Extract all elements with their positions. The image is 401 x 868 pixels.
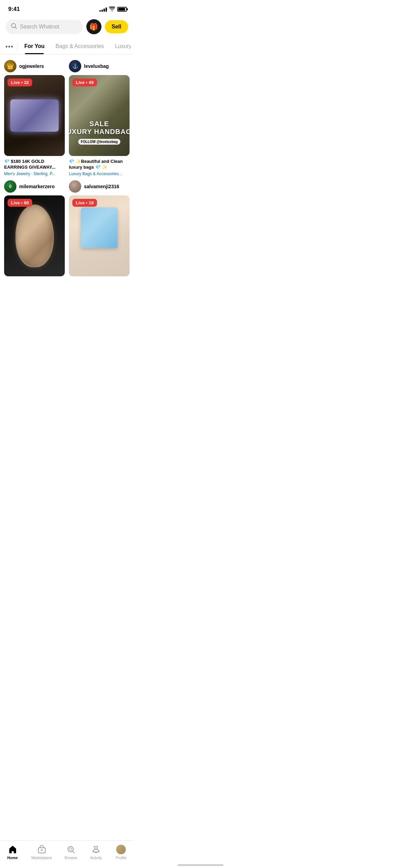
avatar-salvamenji — [69, 180, 81, 193]
search-placeholder: Search Whatnot — [20, 24, 59, 30]
card-image-milemarkerzero: Live • 80 — [4, 195, 65, 276]
search-container: Search Whatnot 🎁 Sell — [0, 16, 134, 38]
live-badge-milemarkerzero: Live • 80 — [8, 199, 32, 207]
tab-for-you[interactable]: For You — [19, 38, 50, 54]
avatar-leveluxbag — [69, 60, 81, 72]
card-image-ogjewelers: Live • 32 — [4, 75, 65, 156]
live-badge-salvamenji: Live • 18 — [72, 199, 97, 207]
tab-bags-accessories[interactable]: Bags & Accessories — [50, 38, 109, 54]
search-icon — [11, 23, 17, 31]
card-info-leveluxbag: 💎 ✨Beautiful and Clean luxury bags 💎 ✨ L… — [69, 159, 130, 176]
card-image-leveluxbag: Live • 49 — [69, 75, 130, 156]
avatar-ogjewelers — [4, 60, 16, 72]
gift-button[interactable]: 🎁 — [86, 19, 101, 34]
tabs-container: For You Bags & Accessories Luxury Bags — [0, 38, 134, 55]
status-icons — [99, 7, 127, 12]
search-bar[interactable]: Search Whatnot — [5, 20, 83, 34]
tabs-divider — [17, 42, 17, 50]
username-salvamenji: salvamenji2316 — [84, 184, 119, 189]
live-badge-leveluxbag: Live • 49 — [72, 79, 97, 86]
battery-icon — [117, 7, 127, 12]
gift-icon: 🎁 — [89, 23, 98, 31]
feed-card-milemarkerzero[interactable]: milemarkerzero Live • 80 — [4, 180, 65, 276]
card-image-salvamenji: Live • 18 — [69, 195, 130, 276]
avatar-milemarkerzero — [4, 180, 16, 193]
feed-card-salvamenji[interactable]: salvamenji2316 Live • 18 — [69, 180, 130, 276]
status-time: 9:41 — [8, 6, 20, 13]
card-title-ogjewelers: 💎 $180 14K GOLD EARRINGS GIVEAWAY... — [4, 159, 65, 170]
tabs-menu-button[interactable] — [3, 40, 16, 53]
card-subtitle-ogjewelers: Men's Jewelry · Sterling, P... — [4, 171, 65, 176]
username-ogjewelers: ogjewelers — [19, 63, 44, 69]
username-milemarkerzero: milemarkerzero — [19, 184, 55, 189]
card-header: milemarkerzero — [4, 180, 65, 193]
username-leveluxbag: leveluxbag — [84, 63, 109, 69]
signal-icon — [99, 7, 107, 12]
card-header: salvamenji2316 — [69, 180, 130, 193]
svg-point-3 — [11, 46, 13, 47]
wifi-icon — [109, 7, 115, 12]
card-header: leveluxbag — [69, 60, 130, 72]
tabs-scroll: For You Bags & Accessories Luxury Bags — [19, 38, 131, 54]
card-title-leveluxbag: 💎 ✨Beautiful and Clean luxury bags 💎 ✨ — [69, 159, 130, 170]
card-info-ogjewelers: 💎 $180 14K GOLD EARRINGS GIVEAWAY... Men… — [4, 159, 65, 176]
tab-luxury-bags[interactable]: Luxury Bags — [109, 38, 131, 54]
sell-button[interactable]: Sell — [105, 20, 128, 33]
feed-card-leveluxbag[interactable]: leveluxbag Live • 49 💎 ✨Beautiful and Cl… — [69, 60, 130, 176]
feed-grid: ogjewelers Live • 32 💎 $180 14K GOLD EAR… — [0, 55, 134, 282]
live-badge-ogjewelers: Live • 32 — [8, 79, 32, 86]
card-subtitle-leveluxbag: Luxury Bags & Accessories... — [69, 171, 130, 176]
svg-point-1 — [6, 46, 8, 47]
svg-point-2 — [9, 46, 10, 47]
feed-card-ogjewelers[interactable]: ogjewelers Live • 32 💎 $180 14K GOLD EAR… — [4, 60, 65, 176]
status-bar: 9:41 — [0, 0, 134, 16]
card-header: ogjewelers — [4, 60, 65, 72]
